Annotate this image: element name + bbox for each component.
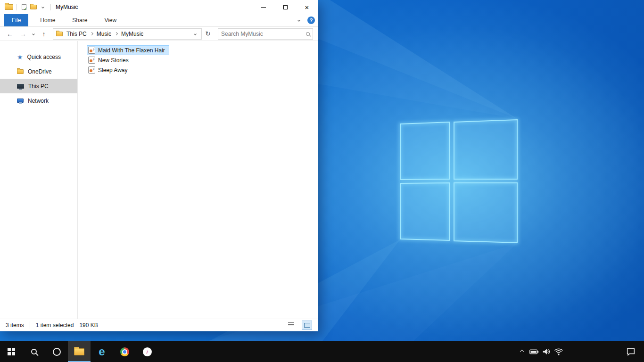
tab-file[interactable]: File [4,14,28,26]
titlebar-separator [50,4,51,10]
taskbar-internet-explorer-button[interactable]: e [91,341,113,362]
address-dropdown-button[interactable] [191,33,199,35]
sidebar-item-label: Network [28,98,49,104]
minimize-icon [261,7,266,8]
expand-ribbon-button[interactable] [293,14,305,26]
breadcrumb-music[interactable]: Music [96,30,112,38]
system-tray [516,341,644,362]
battery-button[interactable] [528,341,540,362]
internet-explorer-icon: e [99,346,105,357]
taskbar-search-button[interactable] [23,341,45,362]
properties-qat-button[interactable] [19,2,29,12]
breadcrumb-chevron-icon[interactable] [115,32,118,35]
details-view-button[interactable] [286,321,296,330]
sidebar-item-label: This PC [28,83,49,90]
file-list[interactable]: Maid With The Flaxen Hair New Stories Sl… [78,41,318,319]
help-icon: ? [307,16,315,24]
breadcrumb-this-pc[interactable]: This PC [66,30,88,38]
new-folder-qat-button[interactable] [29,2,38,12]
volume-button[interactable] [540,341,553,362]
location-folder-icon [56,32,63,36]
sidebar-item-label: OneDrive [28,68,52,75]
window-controls: × [253,0,318,14]
qat-dropdown-icon [41,6,44,8]
sidebar-item-onedrive[interactable]: OneDrive [0,64,77,79]
status-selection: 1 item selected [36,322,74,329]
breadcrumb-mymusic[interactable]: MyMusic [120,30,144,38]
music-file-icon [88,47,95,54]
ribbon-spacer [126,14,293,26]
breadcrumb-chevron-icon[interactable] [90,32,93,35]
music-file-icon [88,57,95,64]
qat-customize-button[interactable] [38,2,48,12]
action-center-button[interactable] [619,341,642,362]
status-bar: 3 items 1 item selected 190 KB [0,319,318,331]
tab-view[interactable]: View [97,14,124,26]
hidden-icons-button[interactable] [516,341,528,362]
properties-icon [22,4,26,10]
close-icon: × [305,3,309,11]
search-icon [31,349,37,354]
status-size: 190 KB [79,322,98,329]
file-item-maid-with-the-flaxen-hair[interactable]: Maid With The Flaxen Hair [87,45,169,55]
network-button[interactable] [553,341,565,362]
close-button[interactable]: × [296,0,318,14]
chevron-up-icon [520,350,524,354]
tab-share[interactable]: Share [65,14,94,26]
taskbar: e ♪ [0,341,644,362]
status-separator [30,321,30,329]
titlebar[interactable]: MyMusic × [0,0,318,14]
help-button[interactable]: ? [305,14,318,26]
music-file-icon [88,66,95,74]
file-explorer-window: MyMusic × File Home Share View ? ← → [0,0,318,331]
maximize-icon [283,5,288,9]
start-icon [8,348,15,355]
action-center-icon [626,346,636,357]
minimize-button[interactable] [253,0,274,14]
maximize-button[interactable] [274,0,296,14]
start-button[interactable] [0,341,23,362]
large-icons-view-button[interactable] [302,321,312,330]
search-input[interactable] [221,31,306,37]
address-toolbar: ← → ↑ This PC Music MyMusic ↻ [0,27,318,41]
taskbar-file-explorer-button[interactable] [68,341,91,362]
up-button[interactable]: ↑ [38,28,50,40]
file-name: Maid With The Flaxen Hair [98,47,165,54]
chevron-down-icon [297,19,300,22]
search-icon [306,32,310,36]
recent-locations-button[interactable] [30,28,37,40]
app-folder-icon [5,4,13,10]
window-title: MyMusic [56,4,78,10]
taskbar-chrome-button[interactable] [113,341,136,362]
onedrive-folder-icon [17,69,24,74]
back-button[interactable]: ← [4,28,16,40]
desktop: MyMusic × File Home Share View ? ← → [0,0,644,362]
sidebar-item-this-pc[interactable]: This PC [0,79,77,93]
computer-icon [17,84,24,89]
star-icon: ★ [17,54,23,60]
wifi-icon [553,346,564,357]
cortana-icon [53,348,61,356]
file-name: Sleep Away [98,67,128,74]
taskbar-itunes-button[interactable]: ♪ [136,341,158,362]
status-item-count: 3 items [6,322,24,329]
address-bar[interactable]: This PC Music MyMusic [53,28,202,40]
chevron-down-icon [32,33,35,35]
volume-icon [541,346,552,357]
file-item-new-stories[interactable]: New Stories [87,55,133,65]
sidebar-item-label: Quick access [27,54,61,60]
sidebar-item-network[interactable]: Network [0,93,77,108]
new-folder-icon [30,5,37,9]
refresh-button[interactable]: ↻ [203,28,213,40]
forward-button[interactable]: → [17,28,29,40]
search-box [218,28,313,40]
ribbon-tab-bar: File Home Share View ? [0,14,318,27]
file-item-sleep-away[interactable]: Sleep Away [87,65,132,75]
sidebar-item-quick-access[interactable]: ★ Quick access [0,49,77,64]
details-view-icon [288,322,294,328]
tab-home[interactable]: Home [33,14,62,26]
file-explorer-icon [74,348,84,355]
file-name: New Stories [98,57,129,64]
network-icon [17,99,24,103]
cortana-button[interactable] [45,341,68,362]
